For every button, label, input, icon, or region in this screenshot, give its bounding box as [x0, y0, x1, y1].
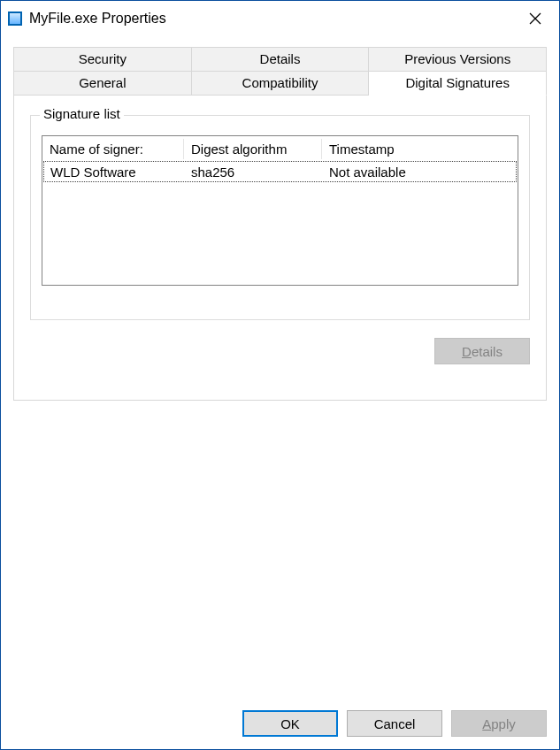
apply-button: Apply: [451, 710, 547, 737]
close-button[interactable]: [515, 4, 556, 33]
ok-button-label: OK: [280, 716, 300, 731]
cell-timestamp: Not available: [323, 164, 516, 180]
details-button-row: Details: [30, 338, 530, 364]
cell-digest: sha256: [185, 164, 323, 180]
tab-general[interactable]: General: [13, 72, 192, 96]
client-area: Security Details Previous Versions Gener…: [1, 36, 559, 710]
cancel-button[interactable]: Cancel: [347, 710, 442, 737]
tab-label: Previous Versions: [404, 51, 510, 66]
tab-label: Compatibility: [242, 75, 318, 90]
close-icon: [529, 12, 541, 25]
tab-page-digital-signatures: Signature list Name of signer: Digest al…: [13, 96, 547, 401]
dialog-footer: OK Cancel Apply: [1, 710, 559, 749]
signature-listview[interactable]: Name of signer: Digest algorithm Timesta…: [42, 135, 518, 286]
tab-label: Details: [260, 51, 301, 66]
details-button: Details: [434, 338, 530, 364]
signature-list-group: Signature list Name of signer: Digest al…: [30, 115, 530, 320]
tab-label: General: [79, 75, 126, 90]
app-icon: [8, 11, 22, 26]
tab-digital-signatures[interactable]: Digital Signatures: [369, 72, 547, 96]
signature-row[interactable]: WLD Software sha256 Not available: [43, 161, 517, 182]
tab-compatibility[interactable]: Compatibility: [192, 72, 370, 96]
tab-previous-versions[interactable]: Previous Versions: [369, 47, 547, 72]
tab-strip: Security Details Previous Versions Gener…: [13, 47, 547, 96]
col-digest[interactable]: Digest algorithm: [184, 139, 322, 159]
group-legend: Signature list: [40, 106, 124, 121]
properties-dialog: MyFile.exe Properties Security Details P…: [0, 0, 560, 750]
cell-signer: WLD Software: [44, 164, 185, 180]
col-timestamp[interactable]: Timestamp: [322, 139, 518, 159]
tab-label: Digital Signatures: [405, 75, 510, 90]
tab-label: Security: [79, 51, 127, 66]
listview-header: Name of signer: Digest algorithm Timesta…: [42, 136, 518, 161]
ok-button[interactable]: OK: [242, 710, 338, 737]
titlebar: MyFile.exe Properties: [1, 1, 559, 36]
col-signer[interactable]: Name of signer:: [42, 139, 184, 159]
cancel-button-label: Cancel: [374, 716, 416, 731]
tab-security[interactable]: Security: [13, 47, 192, 72]
details-button-label: Details: [462, 344, 502, 359]
tab-details[interactable]: Details: [192, 47, 370, 72]
apply-button-label: Apply: [482, 716, 516, 731]
window-title: MyFile.exe Properties: [29, 11, 515, 27]
